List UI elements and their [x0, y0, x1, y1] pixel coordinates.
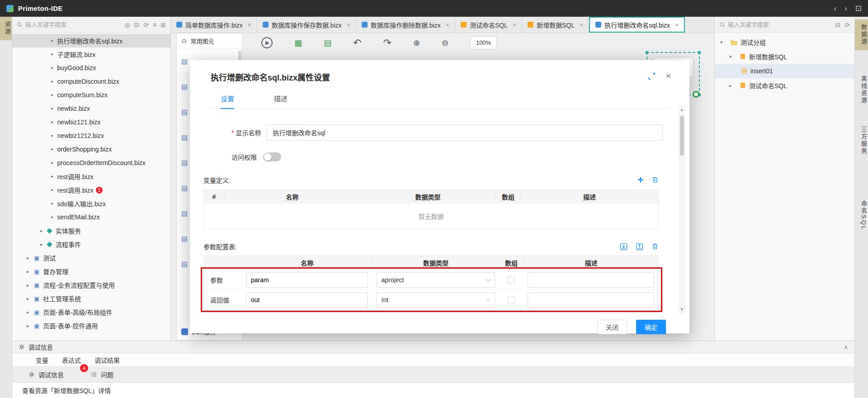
- node-connector-port[interactable]: [693, 91, 699, 98]
- tree-item-group[interactable]: ▾ 测试分组: [715, 35, 854, 49]
- expand-arrow-icon[interactable]: ▸: [27, 296, 31, 302]
- tree-item-file[interactable]: •rest调用.bizx1: [12, 183, 170, 197]
- palette-header[interactable]: ⊖ 常用图元: [177, 33, 242, 49]
- tab-close-icon[interactable]: ×: [513, 21, 516, 28]
- scroll-down-icon[interactable]: ▼: [680, 307, 684, 312]
- subtab-expressions[interactable]: 表达式: [62, 355, 81, 366]
- tree-item-file[interactable]: •computeSum.bizx: [12, 88, 170, 102]
- tab-close-icon[interactable]: ×: [580, 21, 583, 28]
- tree-item-file[interactable]: •orderShopping.bizx: [12, 142, 170, 156]
- editor-tab[interactable]: 简单数据库操作.bizx×: [171, 17, 257, 33]
- access-permission-toggle[interactable]: [263, 152, 281, 161]
- add-variable-icon[interactable]: +: [637, 175, 643, 185]
- expand-arrow-icon[interactable]: ▸: [729, 83, 734, 89]
- subtab-variables[interactable]: 变量: [36, 355, 48, 366]
- tab-settings[interactable]: 设置: [221, 94, 234, 109]
- scrollbar-thumb[interactable]: [680, 116, 684, 156]
- tab-close-icon[interactable]: ×: [347, 21, 350, 28]
- right-search-input[interactable]: [728, 21, 833, 28]
- strip-tab-third-party-service[interactable]: 三方服务: [855, 122, 868, 160]
- close-button[interactable]: 关闭: [597, 320, 627, 334]
- collapse-section-icon[interactable]: ⊖: [181, 37, 187, 45]
- param-name-input[interactable]: [246, 272, 368, 288]
- dialog-scrollbar[interactable]: ▲ ▼: [679, 105, 685, 313]
- delete-param-icon[interactable]: [651, 243, 659, 250]
- expand-arrow-icon[interactable]: ▸: [27, 269, 31, 275]
- layout-toggle-icon[interactable]: ⊡: [855, 4, 862, 13]
- tree-item-file[interactable]: •rest调用.bizx: [12, 170, 170, 183]
- scroll-up-icon[interactable]: ▲: [680, 107, 684, 112]
- expand-arrow-icon[interactable]: ▸: [27, 282, 31, 288]
- tab-description[interactable]: 描述: [274, 94, 288, 109]
- left-search-input[interactable]: [25, 21, 122, 28]
- param-desc-input[interactable]: [528, 272, 654, 288]
- param-type-select[interactable]: Int: [377, 292, 495, 308]
- tree-item-service-group[interactable]: ▸实体服务: [12, 224, 170, 237]
- tree-item-project[interactable]: ▸▣社工管理系统: [12, 292, 170, 305]
- nav-forward-icon[interactable]: ›: [844, 4, 847, 13]
- delete-variable-icon[interactable]: [651, 176, 659, 184]
- expand-arrow-icon[interactable]: ▸: [27, 255, 31, 261]
- tab-close-icon[interactable]: ×: [675, 21, 679, 28]
- expand-arrow-icon[interactable]: ▾: [729, 54, 734, 60]
- tree-item-service-group[interactable]: ▸流程事件: [12, 237, 170, 251]
- expand-arrow-icon[interactable]: ▸: [40, 228, 45, 234]
- zoom-level-control[interactable]: 100%: [470, 36, 497, 49]
- subtab-debug-result[interactable]: 调试结果: [94, 355, 120, 366]
- locate-icon[interactable]: ◎: [124, 21, 130, 28]
- tree-item-file[interactable]: •buyGood.bizx: [12, 61, 170, 75]
- tree-item-project[interactable]: ▸▣页面-表单-高级/布局组件: [12, 305, 170, 319]
- tab-close-icon[interactable]: ×: [446, 21, 449, 28]
- tree-item-sql[interactable]: ▾ 新增数据SQL: [715, 49, 854, 64]
- tree-item-file[interactable]: •执行增删改命名sql.bizx: [12, 34, 170, 47]
- tree-item-project[interactable]: ▸▣督办管理: [12, 265, 170, 278]
- tree-item-file[interactable]: •processOrderItemDiscount.bizx: [12, 156, 170, 170]
- array-checkbox[interactable]: [508, 276, 515, 284]
- close-icon[interactable]: ×: [665, 71, 671, 81]
- tree-item-file[interactable]: •newbiz121.bizx: [12, 115, 170, 129]
- sort-icon[interactable]: ≡: [153, 21, 156, 28]
- refresh-icon[interactable]: ⟳: [844, 21, 850, 28]
- collapse-all-icon[interactable]: ⊟: [835, 21, 841, 28]
- tab-debug-info[interactable]: 调试信息: [28, 370, 64, 379]
- tree-item-file[interactable]: •子逻辑流.bizx: [12, 47, 170, 61]
- tab-close-icon[interactable]: ×: [248, 21, 251, 28]
- element-grid-icon[interactable]: ▦: [294, 39, 302, 47]
- panel-collapse-icon[interactable]: ∧: [844, 344, 848, 351]
- tree-item-file[interactable]: •sdo输入输出.bizx: [12, 197, 170, 210]
- expand-arrow-icon[interactable]: ▸: [40, 242, 45, 247]
- tree-item-file[interactable]: •newbiz.bizx: [12, 102, 170, 115]
- param-name-input[interactable]: [246, 292, 368, 308]
- tree-item-sql[interactable]: ▸ 测试命名SQL: [715, 78, 854, 93]
- tree-item-file[interactable]: •sendEMail.bizx: [12, 210, 170, 224]
- refresh-icon[interactable]: ⟳: [143, 21, 149, 28]
- strip-tab-datasource[interactable]: 数据源: [855, 19, 868, 50]
- tree-item-file[interactable]: •computeDiscount.bizx: [12, 75, 170, 88]
- array-checkbox[interactable]: [508, 296, 515, 303]
- editor-tab[interactable]: 数据库操作保存数据.bizx×: [257, 17, 356, 33]
- nav-back-icon[interactable]: ‹: [834, 4, 836, 13]
- collapse-all-icon[interactable]: ⊟: [134, 21, 140, 28]
- expand-arrow-icon[interactable]: ▸: [27, 323, 31, 329]
- redo-icon[interactable]: ↷: [383, 38, 391, 48]
- editor-tab[interactable]: 测试命名SQL×: [455, 17, 522, 33]
- import-icon[interactable]: [620, 243, 627, 251]
- param-type-select[interactable]: aproject: [377, 272, 495, 288]
- debug-info-bar[interactable]: 调试信息 ∧: [12, 341, 854, 353]
- param-desc-input[interactable]: [528, 292, 654, 308]
- new-file-icon[interactable]: ⊞: [160, 21, 166, 28]
- element-table-icon[interactable]: ▤: [324, 39, 331, 47]
- strip-tab-offline-resource[interactable]: 离线资源: [855, 71, 868, 109]
- strip-tab-named-sql[interactable]: 命名SQL: [855, 196, 868, 235]
- strip-tab-resources[interactable]: 资源: [0, 17, 12, 40]
- tree-item-file[interactable]: •newbiz1212.bizx: [12, 129, 170, 142]
- maximize-icon[interactable]: [648, 72, 656, 80]
- tree-item-sql-statement[interactable]: insert01: [715, 64, 854, 78]
- zoom-out-icon[interactable]: ⊖: [442, 39, 448, 47]
- ok-button[interactable]: 确定: [636, 320, 666, 334]
- tab-problems[interactable]: 4 问题: [91, 370, 113, 379]
- tree-item-project[interactable]: ▸▣测试: [12, 251, 170, 265]
- export-icon[interactable]: [636, 243, 643, 251]
- selection-handle[interactable]: [698, 51, 701, 54]
- selection-handle[interactable]: [646, 51, 648, 54]
